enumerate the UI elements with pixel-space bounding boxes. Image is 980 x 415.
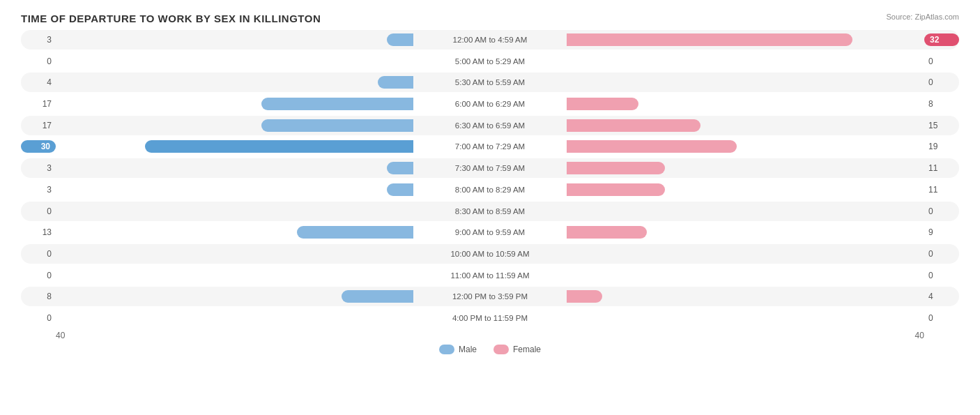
time-label: 12:00 AM to 4:59 AM [413,36,567,44]
male-value-label: 3 [21,185,56,195]
axis-bottom: 40 40 [21,328,959,340]
bar-row: 05:00 AM to 5:29 AM0 [21,52,959,71]
female-value-label: 0 [924,313,959,323]
male-value-label: 0 [21,206,56,216]
bar-row: 08:30 AM to 8:59 AM0 [21,202,959,221]
female-value-label: 0 [924,77,959,87]
female-swatch [493,345,509,354]
male-value-label: 17 [21,121,56,130]
bar-row: 176:30 AM to 6:59 AM15 [21,116,959,135]
female-bar [567,33,852,46]
time-label: 5:00 AM to 5:29 AM [413,57,567,66]
female-bar [567,226,647,239]
time-label: 7:30 AM to 7:59 AM [413,164,567,172]
axis-label-40-left: 40 [56,331,65,340]
legend-male: Male [439,345,477,354]
female-value-label: 9 [924,227,959,237]
female-value-label: 8 [924,99,959,109]
male-value-label: 3 [21,163,56,173]
bar-row: 307:00 AM to 7:29 AM19 [21,137,959,156]
male-value-label: 4 [21,77,56,87]
male-value-label: 8 [21,292,56,301]
legend-female: Female [493,345,541,354]
male-value-label: 0 [21,271,56,280]
time-label: 8:00 AM to 8:29 AM [413,186,567,194]
male-value-label: 3 [21,35,56,45]
time-label: 5:30 AM to 5:59 AM [413,78,567,86]
female-value-label: 32 [924,33,959,46]
chart-title: TIME OF DEPARTURE TO WORK BY SEX IN KILL… [21,13,959,24]
female-bar [567,183,665,196]
bar-row: 38:00 AM to 8:29 AM11 [21,180,959,199]
male-value-label: 0 [21,249,56,259]
male-bar [342,290,413,303]
bar-row: 010:00 AM to 10:59 AM0 [21,244,959,264]
rows-container: 312:00 AM to 4:59 AM3205:00 AM to 5:29 A… [21,30,959,328]
female-value-label: 11 [924,163,959,173]
bar-row: 176:00 AM to 6:29 AM8 [21,94,959,114]
time-label: 6:30 AM to 6:59 AM [413,121,567,130]
bar-row: 139:00 AM to 9:59 AM9 [21,222,959,242]
male-value-label: 17 [21,99,56,109]
male-value-label: 0 [21,313,56,323]
female-value-label: 19 [924,142,959,151]
axis-label-40-right: 40 [915,331,924,340]
male-bar [387,162,413,174]
male-bar [387,33,413,46]
bar-row: 45:30 AM to 5:59 AM0 [21,73,959,92]
male-bar [387,183,413,196]
female-value-label: 0 [924,56,959,66]
female-legend-label: Female [513,345,541,354]
male-bar [261,119,413,132]
female-bar [567,119,700,132]
male-value-label: 13 [21,227,56,237]
female-bar [567,162,665,174]
male-value-label: 0 [21,56,56,66]
female-bar [567,140,737,153]
time-label: 9:00 AM to 9:59 AM [413,228,567,236]
time-label: 12:00 PM to 3:59 PM [413,292,567,301]
male-value-label: 30 [21,140,56,153]
time-label: 11:00 AM to 11:59 AM [413,271,567,280]
male-legend-label: Male [459,345,477,354]
time-label: 10:00 AM to 10:59 AM [413,250,567,258]
source-text: Source: ZipAtlas.com [886,13,959,21]
male-bar [261,98,413,110]
female-value-label: 11 [924,185,959,195]
female-bar [567,98,638,110]
legend: Male Female [21,345,959,354]
bar-row: 37:30 AM to 7:59 AM11 [21,158,959,178]
bar-row: 312:00 AM to 4:59 AM32 [21,30,959,50]
time-label: 4:00 PM to 11:59 PM [413,314,567,322]
time-label: 8:30 AM to 8:59 AM [413,207,567,216]
female-value-label: 0 [924,206,959,216]
bar-row: 812:00 PM to 3:59 PM4 [21,287,959,306]
male-swatch [439,345,454,354]
male-bar [378,76,413,89]
male-bar [145,140,413,153]
female-value-label: 15 [924,121,959,130]
chart-container: TIME OF DEPARTURE TO WORK BY SEX IN KILL… [0,0,980,415]
female-value-label: 4 [924,292,959,301]
male-bar [297,226,413,239]
chart-area: 312:00 AM to 4:59 AM3205:00 AM to 5:29 A… [21,30,959,349]
time-label: 7:00 AM to 7:29 AM [413,142,567,151]
bar-row: 04:00 PM to 11:59 PM0 [21,308,959,328]
female-bar [567,290,602,303]
time-label: 6:00 AM to 6:29 AM [413,100,567,108]
female-value-label: 0 [924,271,959,280]
bar-row: 011:00 AM to 11:59 AM0 [21,266,959,285]
female-value-label: 0 [924,249,959,259]
